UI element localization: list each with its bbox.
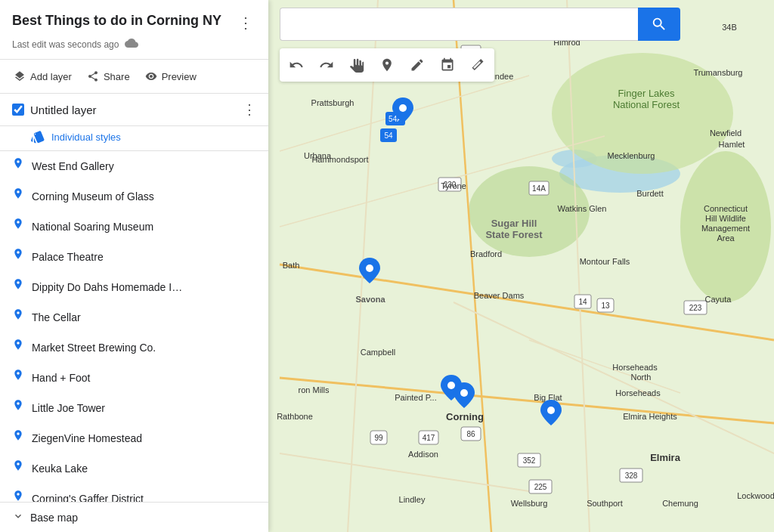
- place-item[interactable]: Corning's Gaffer District: [0, 484, 268, 502]
- place-name: Corning's Gaffer District: [32, 493, 144, 502]
- svg-text:North: North: [631, 373, 652, 382]
- place-pin-icon: [12, 278, 24, 296]
- draw-button[interactable]: [404, 51, 431, 79]
- place-pin-icon: [12, 248, 24, 266]
- layer-title-area: Untitled layer: [12, 104, 97, 116]
- svg-text:352: 352: [523, 456, 536, 465]
- place-name: Keuka Lake: [32, 462, 88, 475]
- svg-point-92: [366, 264, 373, 272]
- svg-text:Wellsburg: Wellsburg: [511, 499, 548, 508]
- svg-point-94: [460, 389, 468, 397]
- last-edit-text: Last edit was seconds ago: [12, 39, 119, 50]
- place-pin-icon: [12, 157, 24, 175]
- place-pin-icon: [12, 187, 24, 206]
- place-pin-icon: [12, 429, 24, 447]
- svg-text:Connecticut: Connecticut: [704, 204, 748, 213]
- left-panel: Best Things to do in Corning NY ⋮ Last e…: [0, 0, 268, 532]
- pan-button[interactable]: [343, 51, 370, 79]
- svg-text:Elmira Heights: Elmira Heights: [623, 412, 677, 421]
- svg-text:Hill Wildlife: Hill Wildlife: [705, 214, 746, 223]
- place-pin-icon: [12, 459, 24, 478]
- place-pin-icon: [12, 399, 24, 417]
- svg-text:Urbana: Urbana: [304, 151, 332, 160]
- place-name: Market Street Brewing Co.: [32, 342, 156, 354]
- panel-title: Best Things to do in Corning NY: [12, 12, 221, 29]
- place-item[interactable]: Market Street Brewing Co.: [0, 332, 268, 363]
- base-map-label: Base map: [30, 512, 78, 524]
- svg-text:Addison: Addison: [408, 450, 438, 459]
- svg-text:Painted P...: Painted P...: [395, 393, 436, 402]
- panel-header: Best Things to do in Corning NY ⋮ Last e…: [0, 0, 268, 60]
- svg-text:Management: Management: [701, 224, 750, 233]
- style-label[interactable]: Individual styles: [51, 131, 121, 143]
- place-name: Palace Theatre: [32, 251, 104, 263]
- search-input[interactable]: [280, 8, 638, 41]
- svg-text:Sugar Hill: Sugar Hill: [491, 218, 537, 229]
- svg-text:99: 99: [374, 434, 383, 442]
- svg-text:Southport: Southport: [587, 499, 623, 508]
- place-item[interactable]: Hand + Foot: [0, 363, 268, 393]
- svg-point-93: [447, 382, 455, 389]
- place-name: Hand + Foot: [32, 372, 90, 384]
- svg-text:Finger Lakes: Finger Lakes: [618, 88, 675, 99]
- place-pin-icon: [12, 308, 24, 326]
- places-list: West End GalleryCorning Museum of GlassN…: [0, 151, 268, 502]
- place-item[interactable]: Keuka Lake: [0, 453, 268, 484]
- layer-checkbox[interactable]: [12, 104, 24, 116]
- share-label: Share: [104, 71, 130, 82]
- svg-text:86: 86: [466, 430, 475, 438]
- ruler-button[interactable]: [464, 51, 491, 79]
- layer-menu-button[interactable]: ⋮: [243, 101, 256, 118]
- svg-text:Lindley: Lindley: [399, 495, 426, 504]
- layer-header: Untitled layer ⋮: [0, 94, 268, 126]
- place-item[interactable]: West End Gallery: [0, 151, 268, 181]
- place-pin-icon: [12, 369, 24, 387]
- svg-text:Elmira: Elmira: [650, 452, 681, 463]
- svg-text:14: 14: [578, 298, 587, 306]
- place-item[interactable]: The Cellar: [0, 302, 268, 332]
- place-name: Corning Museum of Glass: [32, 190, 154, 203]
- base-map-section[interactable]: Base map: [0, 502, 268, 532]
- svg-text:Hamlet: Hamlet: [719, 140, 745, 149]
- svg-text:223: 223: [689, 304, 702, 312]
- svg-text:Area: Area: [717, 234, 735, 243]
- marker-button[interactable]: [373, 51, 401, 79]
- svg-text:Bradford: Bradford: [470, 249, 502, 258]
- place-item[interactable]: ZiegenVine Homestead: [0, 423, 268, 453]
- polygon-button[interactable]: [434, 51, 461, 79]
- preview-button[interactable]: Preview: [138, 66, 204, 87]
- share-button[interactable]: Share: [79, 66, 138, 87]
- style-icon: [30, 129, 45, 144]
- svg-text:Corning: Corning: [446, 411, 484, 422]
- panel-title-row: Best Things to do in Corning NY ⋮: [12, 12, 256, 33]
- svg-text:Newfield: Newfield: [710, 128, 741, 138]
- undo-button[interactable]: [283, 51, 310, 79]
- svg-text:13: 13: [601, 302, 610, 310]
- place-item[interactable]: Palace Theatre: [0, 242, 268, 272]
- svg-text:Prattsburgh: Prattsburgh: [311, 98, 354, 107]
- place-item[interactable]: Dippity Do Dahs Homemade I…: [0, 272, 268, 302]
- panel-menu-button[interactable]: ⋮: [235, 12, 256, 33]
- add-layer-button[interactable]: Add layer: [6, 66, 79, 87]
- svg-text:34B: 34B: [722, 23, 737, 32]
- place-pin-icon: [12, 218, 24, 236]
- svg-text:State Forest: State Forest: [485, 229, 543, 240]
- add-layer-label: Add layer: [30, 71, 72, 82]
- svg-text:Horseheads: Horseheads: [615, 388, 661, 397]
- svg-text:Beaver Dams: Beaver Dams: [474, 291, 525, 300]
- layer-section: Untitled layer ⋮ Individual styles West …: [0, 94, 268, 502]
- search-button[interactable]: [638, 8, 680, 41]
- place-item[interactable]: National Soaring Museum: [0, 212, 268, 242]
- layer-name: Untitled layer: [30, 104, 97, 116]
- svg-text:328: 328: [625, 472, 638, 480]
- svg-text:Campbell: Campbell: [361, 348, 395, 357]
- place-item[interactable]: Little Joe Tower: [0, 393, 268, 423]
- place-name: West End Gallery: [32, 160, 114, 172]
- place-name: The Cellar: [32, 311, 81, 323]
- svg-point-91: [399, 104, 407, 112]
- preview-label: Preview: [162, 71, 197, 82]
- place-item[interactable]: Corning Museum of Glass: [0, 181, 268, 212]
- place-name: National Soaring Museum: [32, 221, 153, 233]
- place-pin-icon: [12, 490, 24, 502]
- redo-button[interactable]: [313, 51, 340, 79]
